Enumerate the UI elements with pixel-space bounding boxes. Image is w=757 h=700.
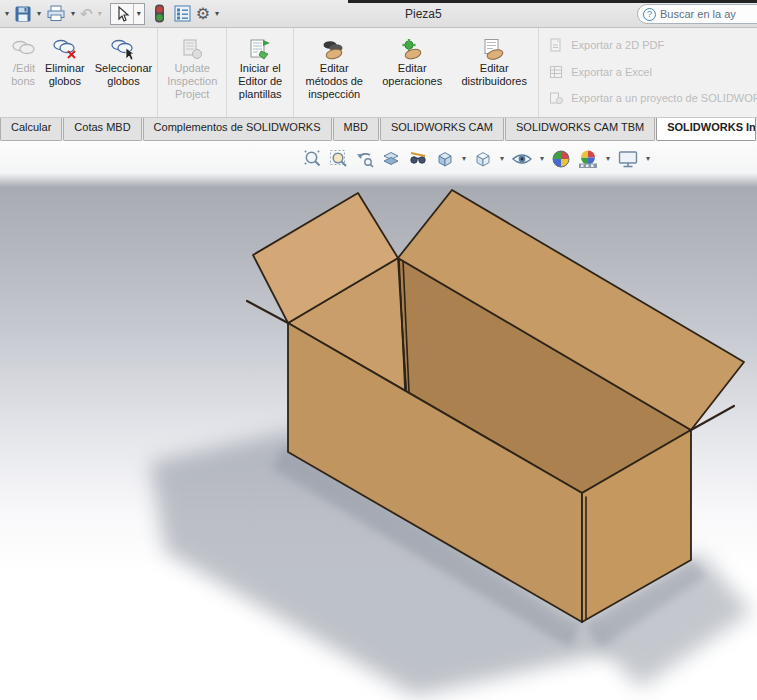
save-icon: [14, 5, 32, 23]
ribbon-button-editar-distribuidores[interactable]: Editar distribuidores: [453, 36, 535, 88]
update-project-icon: [181, 36, 203, 62]
help-question-icon: ?: [643, 8, 656, 21]
ribbon-button-eliminar-globos[interactable]: Eliminar globos: [43, 36, 87, 88]
ribbon-group-export: Exportar a 2D PDF Exportar a Excel Expor…: [538, 28, 757, 117]
hide-show-items-caret[interactable]: ▾: [539, 155, 545, 163]
window-top-edge: [348, 0, 757, 3]
apply-scene-caret[interactable]: ▾: [605, 155, 611, 163]
edit-operations-icon: [399, 36, 425, 62]
document-title: Pieza5: [405, 7, 442, 21]
export-project-icon: [549, 91, 563, 105]
view-orientation-icon[interactable]: [435, 149, 455, 169]
qat-menu-caret[interactable]: ▾: [4, 10, 10, 18]
help-search-box[interactable]: ? Buscar en la ay: [637, 4, 757, 24]
tab-cotas-mbd[interactable]: Cotas MBD: [63, 118, 141, 141]
model-scene: [0, 180, 757, 700]
export-excel-icon: [549, 65, 563, 79]
print-button[interactable]: [45, 4, 67, 23]
view-orientation-caret[interactable]: ▾: [461, 155, 467, 163]
edit-methods-icon: [320, 36, 348, 62]
previous-view-icon[interactable]: [355, 149, 375, 169]
undo-button[interactable]: ↶: [79, 4, 94, 24]
tab-solidworks-cam-tbm[interactable]: SOLIDWORKS CAM TBM: [505, 118, 655, 141]
save-button[interactable]: [13, 4, 33, 24]
zoom-to-area-icon[interactable]: [329, 149, 349, 169]
save-caret[interactable]: ▾: [36, 10, 42, 18]
ribbon-button-editar-operaciones[interactable]: Editar operaciones: [377, 36, 447, 88]
tab-mbd[interactable]: MBD: [333, 118, 379, 141]
dynamic-annotation-views-icon[interactable]: [407, 149, 429, 169]
tab-solidworks-inspection[interactable]: SOLIDWORKS Inspect: [656, 118, 756, 141]
select-button[interactable]: [111, 4, 133, 24]
graphics-viewport[interactable]: ▾ ▾ ▾: [0, 141, 757, 699]
settings-button[interactable]: ⚙: [195, 3, 211, 24]
section-view-icon[interactable]: [381, 149, 401, 169]
undo-caret[interactable]: ▾: [97, 10, 103, 18]
tab-solidworks-cam[interactable]: SOLIDWORKS CAM: [380, 118, 504, 141]
ribbon-group-edit: Editar métodos de inspección Editar: [293, 28, 538, 117]
print-icon: [46, 5, 66, 22]
ribbon-group-template-editor: Iniciar el Editor de plantillas: [226, 28, 293, 117]
edit-distributors-icon: [481, 36, 507, 62]
zoom-to-fit-icon[interactable]: [303, 149, 323, 169]
ribbon-button-editar-metodos[interactable]: Editar métodos de inspección: [297, 36, 371, 101]
options-list-button[interactable]: [173, 4, 192, 23]
tab-calcular[interactable]: Calcular: [0, 118, 62, 141]
settings-gear-icon: ⚙: [196, 4, 210, 23]
hide-show-items-icon[interactable]: [511, 149, 533, 169]
ribbon-group-update: Update Inspection Project: [157, 28, 226, 117]
print-caret[interactable]: ▾: [70, 10, 76, 18]
balloon-icon: [9, 36, 35, 62]
display-style-icon[interactable]: [473, 149, 493, 169]
ribbon-button-export-excel: Exportar a Excel: [549, 65, 652, 79]
ribbon-button-export-project: Exportar a un proyecto de SOLIDWORKS Ins…: [549, 91, 757, 105]
options-list-icon: [174, 5, 191, 22]
ribbon-group-balloons: /Edit bons Eliminar globos: [0, 28, 157, 117]
settings-caret[interactable]: ▾: [214, 10, 220, 18]
balloon-select-icon: [109, 36, 137, 62]
ribbon-button-seleccionar-globos[interactable]: Seleccionar globos: [93, 36, 154, 88]
select-tool-group: ▾: [110, 3, 145, 25]
command-manager-tabs: Calcular Cotas MBD Complementos de SOLID…: [0, 118, 757, 141]
balloon-delete-icon: [51, 36, 79, 62]
ribbon-button-iniciar-editor-plantillas[interactable]: Iniciar el Editor de plantillas: [230, 36, 290, 101]
export-pdf-icon: [549, 38, 563, 52]
solidworks-window: ▾ ▾ ▾ ↶ ▾: [0, 0, 757, 700]
view-settings-icon[interactable]: [617, 149, 639, 169]
apply-scene-icon[interactable]: [577, 149, 599, 169]
ribbon-button-export-2d-pdf: Exportar a 2D PDF: [549, 38, 664, 52]
help-search-text: Buscar en la ay: [660, 8, 736, 20]
display-style-caret[interactable]: ▾: [499, 155, 505, 163]
select-caret[interactable]: ▾: [133, 4, 144, 24]
edit-appearance-icon[interactable]: [551, 149, 571, 169]
template-editor-icon: [248, 36, 272, 62]
cursor-icon: [113, 5, 131, 23]
command-manager-ribbon: /Edit bons Eliminar globos: [0, 28, 757, 118]
quick-access-toolbar: ▾ ▾ ▾ ↶ ▾: [4, 3, 220, 25]
undo-icon: ↶: [80, 5, 93, 23]
heads-up-view-toolbar: ▾ ▾ ▾: [303, 143, 651, 175]
rebuild-button[interactable]: [153, 3, 166, 24]
traffic-light-icon: [154, 4, 165, 23]
ribbon-button-update-inspection-project: Update Inspection Project: [161, 36, 223, 101]
title-bar: ▾ ▾ ▾ ↶ ▾: [0, 0, 757, 28]
view-settings-caret[interactable]: ▾: [645, 155, 651, 163]
ribbon-button-add-edit-balloons: /Edit bons: [3, 36, 37, 88]
tab-complementos-solidworks[interactable]: Complementos de SOLIDWORKS: [143, 118, 332, 141]
